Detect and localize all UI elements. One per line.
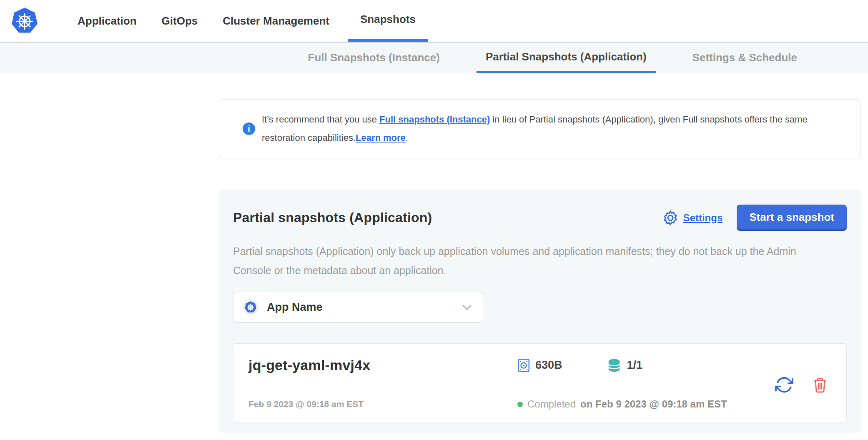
snapshot-status: Completed on Feb 9 2023 @ 09:18 am EST (517, 398, 727, 410)
snapshot-size-value: 630B (535, 359, 562, 372)
snapshots-page: Application GitOps Cluster Management Sn… (0, 0, 868, 440)
panel-header: Partial snapshots (Application) Settings… (233, 205, 847, 231)
info-banner-text: It’s recommend that you use Full snapsho… (262, 110, 840, 147)
content-area: i It’s recommend that you use Full snaps… (0, 73, 868, 440)
panel-title: Partial snapshots (Application) (233, 210, 432, 225)
nav-item-snapshots[interactable]: Snapshots (348, 0, 428, 42)
top-navbar: Application GitOps Cluster Management Sn… (0, 0, 868, 42)
info-icon: i (243, 122, 255, 135)
snapshot-volumes: 1/1 (607, 358, 643, 373)
hard-drive-icon (517, 358, 530, 372)
database-icon (607, 358, 622, 373)
chevron-down-icon[interactable] (451, 301, 483, 313)
restore-icon (775, 375, 794, 394)
learn-more-link[interactable]: Learn more (356, 132, 406, 143)
tab-settings-schedule[interactable]: Settings & Schedule (683, 42, 806, 73)
delete-snapshot-button[interactable] (812, 376, 828, 393)
partial-snapshots-panel: Partial snapshots (Application) Settings… (219, 190, 861, 433)
status-dot-icon (517, 402, 523, 407)
nav-item-cluster-management[interactable]: Cluster Management (216, 0, 336, 42)
banner-text-after: . (406, 132, 408, 143)
banner-text-before: It’s recommend that you use (262, 114, 379, 125)
info-banner: i It’s recommend that you use Full snaps… (219, 99, 861, 158)
nav-item-gitops[interactable]: GitOps (155, 0, 205, 42)
snapshots-subnav: Full Snapshots (Instance) Partial Snapsh… (0, 42, 868, 73)
snapshot-row: jq-get-yaml-mvj4x (233, 343, 847, 423)
tab-full-snapshots-instance[interactable]: Full Snapshots (Instance) (299, 42, 449, 73)
tab-partial-snapshots-application[interactable]: Partial Snapshots (Application) (477, 42, 656, 73)
snapshot-row-top: jq-get-yaml-mvj4x (248, 357, 831, 373)
kubernetes-logo-icon[interactable] (11, 7, 38, 35)
snapshot-finished: on Feb 9 2023 @ 09:18 am EST (580, 398, 727, 410)
full-snapshots-instance-link[interactable]: Full snapshots (Instance) (379, 114, 490, 125)
snapshot-actions (775, 375, 828, 394)
trash-icon (812, 376, 828, 393)
app-name-value: App Name (267, 301, 451, 314)
app-name-dropdown[interactable]: App Name (233, 292, 483, 322)
panel-description: Partial snapshots (Application) only bac… (233, 242, 835, 280)
snapshot-settings-link[interactable]: Settings (662, 209, 723, 227)
snapshot-started: Feb 9 2023 @ 09:18 am EST (248, 399, 517, 409)
panel-actions: Settings Start a snapshot (662, 205, 847, 231)
snapshot-row-bottom: Feb 9 2023 @ 09:18 am EST Completed on F… (248, 398, 831, 410)
gear-icon (662, 209, 679, 227)
app-kubernetes-icon (243, 299, 258, 315)
snapshot-name: jq-get-yaml-mvj4x (248, 357, 517, 373)
snapshot-size: 630B (517, 358, 562, 372)
start-snapshot-button[interactable]: Start a snapshot (737, 205, 847, 231)
snapshot-status-label: Completed (527, 398, 576, 410)
snapshot-volumes-value: 1/1 (627, 359, 643, 372)
nav-item-application[interactable]: Application (71, 0, 143, 42)
restore-snapshot-button[interactable] (775, 375, 794, 394)
settings-link-label: Settings (683, 212, 723, 224)
